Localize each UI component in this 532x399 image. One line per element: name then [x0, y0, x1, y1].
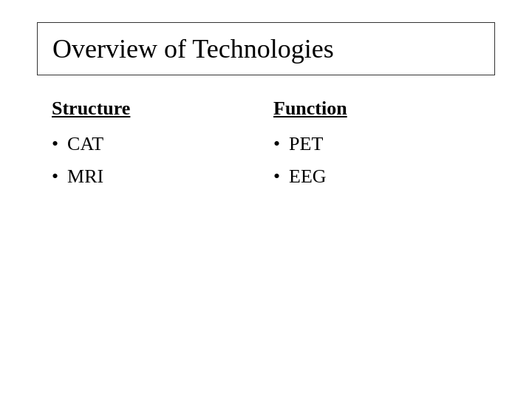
function-column: Function PET EEG [273, 98, 495, 198]
structure-header: Structure [52, 98, 273, 120]
content-area: Structure CAT MRI Function PET EEG [37, 98, 495, 198]
list-item-text: CAT [67, 133, 103, 155]
structure-column: Structure CAT MRI [52, 98, 273, 198]
function-list: PET EEG [273, 133, 495, 198]
structure-list: CAT MRI [52, 133, 273, 198]
list-item-text: EEG [289, 166, 327, 188]
title-box: Overview of Technologies [37, 22, 495, 75]
list-item: CAT [52, 133, 273, 155]
list-item: EEG [273, 166, 495, 188]
list-item: MRI [52, 166, 273, 188]
list-item-text: MRI [67, 166, 103, 188]
slide-container: Overview of Technologies Structure CAT M… [0, 0, 532, 399]
slide-title: Overview of Technologies [52, 33, 480, 64]
list-item: PET [273, 133, 495, 155]
function-header: Function [273, 98, 495, 120]
list-item-text: PET [289, 133, 323, 155]
